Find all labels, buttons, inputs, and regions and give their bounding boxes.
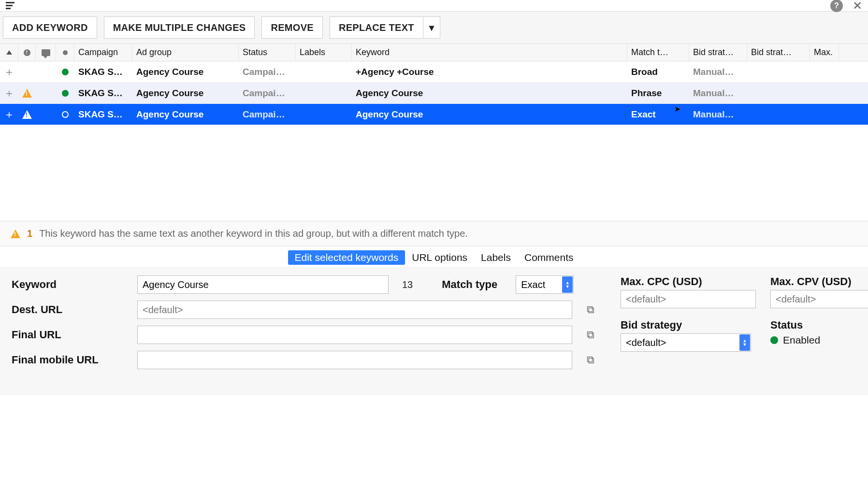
cell-keyword: +Agency +Course xyxy=(352,65,627,79)
add-keyword-button[interactable]: ADD KEYWORD xyxy=(3,16,97,39)
sort-icon[interactable] xyxy=(0,44,18,61)
header-info-icon[interactable]: ! xyxy=(18,44,36,61)
warning-bar: 1 This keyword has the same text as anot… xyxy=(0,221,868,246)
dest-url-label: Dest. URL xyxy=(12,303,128,316)
final-mobile-url-input[interactable] xyxy=(137,351,572,369)
warning-icon xyxy=(11,230,20,238)
keyword-input[interactable] xyxy=(137,275,389,294)
cell-status: Campai… xyxy=(239,86,296,101)
status-dot-icon xyxy=(770,336,778,344)
header-comment-icon[interactable] xyxy=(36,44,56,61)
edit-tabs: Edit selected keywords URL options Label… xyxy=(0,246,868,267)
col-campaign[interactable]: Campaign xyxy=(74,44,132,61)
replace-text-dropdown[interactable]: ▾ xyxy=(423,16,440,39)
header-bar: ? ✕ xyxy=(0,0,868,12)
tab-edit-selected[interactable]: Edit selected keywords xyxy=(288,250,405,265)
max-cpc-label: Max. CPC (USD) xyxy=(621,275,756,288)
filter-icon[interactable] xyxy=(6,2,14,9)
col-max[interactable]: Max. xyxy=(810,44,839,61)
col-labels[interactable]: Labels xyxy=(296,44,352,61)
cell-adgroup: Agency Course xyxy=(132,86,239,101)
replace-text-button[interactable]: REPLACE TEXT xyxy=(330,16,423,39)
status-label: Status xyxy=(770,319,868,331)
cell-keyword: Agency Course xyxy=(352,107,627,122)
match-type-select[interactable]: Exact xyxy=(516,275,574,294)
keyword-table: ! Campaign Ad group Status Labels Keywor… xyxy=(0,44,868,221)
cell-campaign: SKAG S… xyxy=(74,65,132,79)
cell-bid: Manual… xyxy=(689,86,747,101)
toolbar: ADD KEYWORD MAKE MULTIPLE CHANGES REMOVE… xyxy=(0,12,868,44)
cell-adgroup: Agency Course xyxy=(132,107,239,122)
bid-strategy-select[interactable]: <default> xyxy=(621,333,751,352)
cell-match: Exact xyxy=(627,107,689,122)
cell-status: Campai… xyxy=(239,107,296,122)
open-external-icon[interactable]: ⧉ xyxy=(587,354,594,366)
edit-panel: Keyword 13 Match type Exact ▲▼ Dest. URL… xyxy=(0,267,868,395)
col-match-type[interactable]: Match t… xyxy=(627,44,689,61)
cell-bid: Manual… xyxy=(689,65,747,79)
table-header: ! Campaign Ad group Status Labels Keywor… xyxy=(0,44,868,61)
open-external-icon[interactable]: ⧉ xyxy=(587,329,594,341)
make-multiple-changes-button[interactable]: MAKE MULTIPLE CHANGES xyxy=(104,16,255,39)
status-dot-icon xyxy=(62,69,69,75)
cell-adgroup: Agency Course xyxy=(132,65,239,79)
header-status-dot[interactable] xyxy=(56,44,74,61)
table-body: ＋ SKAG S… Agency Course Campai… +Agency … xyxy=(0,61,868,221)
match-type-label: Match type xyxy=(442,278,497,291)
cell-keyword: Agency Course xyxy=(352,86,627,101)
max-cpv-label: Max. CPV (USD) xyxy=(770,275,868,288)
add-icon[interactable]: ＋ xyxy=(4,107,14,122)
add-icon[interactable]: ＋ xyxy=(4,86,14,101)
final-url-label: Final URL xyxy=(12,329,128,341)
cell-bid: Manual… xyxy=(689,107,747,122)
status-dot-icon xyxy=(62,111,69,118)
table-row[interactable]: ＋ SKAG S… Agency Course Campai… Agency C… xyxy=(0,104,868,125)
cell-status: Campai… xyxy=(239,65,296,79)
col-keyword[interactable]: Keyword xyxy=(352,44,627,61)
max-cpv-input[interactable] xyxy=(770,290,868,308)
final-url-input[interactable] xyxy=(137,326,572,344)
char-count: 13 xyxy=(402,279,413,290)
dest-url-input[interactable] xyxy=(137,301,572,319)
bid-strategy-label: Bid strategy xyxy=(621,319,756,331)
open-external-icon[interactable]: ⧉ xyxy=(587,303,594,316)
tab-comments[interactable]: Comments xyxy=(518,250,580,265)
warning-icon xyxy=(22,89,32,98)
col-adgroup[interactable]: Ad group xyxy=(132,44,239,61)
warning-text: This keyword has the same text as anothe… xyxy=(39,228,468,239)
status-dot-icon xyxy=(62,90,69,97)
cell-match: Broad xyxy=(627,65,689,79)
col-bid-strategy-1[interactable]: Bid strat… xyxy=(689,44,747,61)
final-mobile-url-label: Final mobile URL xyxy=(12,354,128,366)
add-icon[interactable]: ＋ xyxy=(4,65,14,79)
warning-icon xyxy=(22,110,32,119)
cell-campaign: SKAG S… xyxy=(74,86,132,101)
cell-match: Phrase xyxy=(627,86,689,101)
col-bid-strategy-2[interactable]: Bid strat… xyxy=(747,44,810,61)
table-row[interactable]: ＋ SKAG S… Agency Course Campai… +Agency … xyxy=(0,61,868,83)
close-icon[interactable]: ✕ xyxy=(853,0,862,13)
cell-campaign: SKAG S… xyxy=(74,107,132,122)
col-status[interactable]: Status xyxy=(239,44,296,61)
tab-labels[interactable]: Labels xyxy=(474,250,518,265)
status-value: Enabled xyxy=(783,334,820,346)
remove-button[interactable]: REMOVE xyxy=(261,16,322,39)
table-row[interactable]: ＋ SKAG S… Agency Course Campai… Agency C… xyxy=(0,83,868,104)
warning-count: 1 xyxy=(27,228,32,239)
tab-url-options[interactable]: URL options xyxy=(405,250,474,265)
keyword-label: Keyword xyxy=(12,278,128,291)
help-icon[interactable]: ? xyxy=(830,0,843,12)
max-cpc-input[interactable] xyxy=(621,290,756,308)
